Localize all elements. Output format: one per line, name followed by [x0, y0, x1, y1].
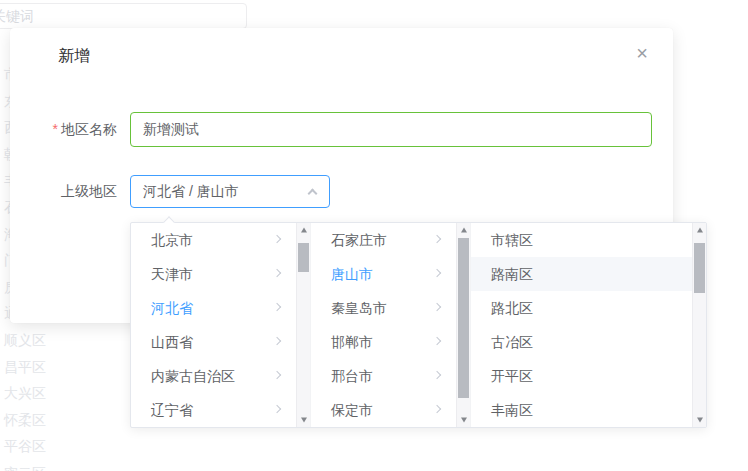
cascader-option-label: 邢台市 [331, 368, 373, 384]
keyword-search-input[interactable]: 关键词 [0, 3, 247, 29]
cascader-option[interactable]: 河北省 [131, 291, 296, 325]
scroll-track[interactable] [457, 237, 470, 413]
cascader-option-label: 路北区 [491, 300, 533, 316]
cascader-option[interactable]: 山西省 [131, 325, 296, 359]
chevron-right-icon [273, 371, 281, 379]
chevron-right-icon [273, 337, 281, 345]
modal-title: 新增 [58, 45, 90, 67]
background-list-item: 大兴区 [4, 383, 46, 403]
scroll-thumb[interactable] [298, 243, 309, 272]
scroll-down-icon[interactable] [693, 413, 706, 427]
cascader-option[interactable]: 丰南区 [471, 393, 692, 427]
scroll-up-icon[interactable] [457, 223, 470, 237]
background-list-item: 怀柔区 [4, 410, 46, 430]
chevron-right-icon [433, 371, 441, 379]
chevron-right-icon [273, 405, 281, 413]
cascader-option-label: 内蒙古自治区 [151, 368, 235, 384]
cascader-option-label: 石家庄市 [331, 232, 387, 248]
cascader-option-label: 秦皇岛市 [331, 300, 387, 316]
parent-region-value: 河北省 / 唐山市 [143, 183, 239, 199]
cascader-option-label: 丰南区 [491, 402, 533, 418]
keyword-search-placeholder: 关键词 [0, 8, 34, 26]
cascader-column-province: 北京市天津市河北省山西省内蒙古自治区辽宁省 [131, 223, 311, 427]
chevron-right-icon [433, 269, 441, 277]
scrollbar-city[interactable] [456, 223, 470, 427]
chevron-right-icon [433, 405, 441, 413]
cascader-option[interactable]: 开平区 [471, 359, 692, 393]
region-name-label: *地区名称 [10, 112, 117, 147]
background-list-item: 密云区 [4, 463, 46, 471]
scrollbar-province[interactable] [296, 223, 310, 427]
cascader-option-label: 邯郸市 [331, 334, 373, 350]
cascader-option[interactable]: 天津市 [131, 257, 296, 291]
cascader-option-label: 路南区 [491, 266, 533, 282]
cascader-column-city: 石家庄市唐山市秦皇岛市邯郸市邢台市保定市 [311, 223, 471, 427]
background-list-item: 平谷区 [4, 436, 46, 456]
cascader-option[interactable]: 市辖区 [471, 223, 692, 257]
cascader-option[interactable]: 石家庄市 [311, 223, 456, 257]
cascader-list-district: 市辖区路南区路北区古冶区开平区丰南区 [471, 223, 692, 427]
region-name-input[interactable]: 新增测试 [130, 112, 652, 147]
cascader-list-city: 石家庄市唐山市秦皇岛市邯郸市邢台市保定市 [311, 223, 456, 427]
cascader-option-label: 保定市 [331, 402, 373, 418]
scroll-down-icon[interactable] [457, 413, 470, 427]
cascader-option[interactable]: 古冶区 [471, 325, 692, 359]
cascader-option[interactable]: 路南区 [471, 257, 692, 291]
parent-region-label: 上级地区 [10, 175, 117, 208]
cascader-column-district: 市辖区路南区路北区古冶区开平区丰南区 [471, 223, 706, 427]
cascader-option[interactable]: 邢台市 [311, 359, 456, 393]
cascader-option[interactable]: 路北区 [471, 291, 692, 325]
cascader-option[interactable]: 秦皇岛市 [311, 291, 456, 325]
scroll-thumb[interactable] [458, 238, 469, 398]
cascader-option-label: 北京市 [151, 232, 193, 248]
scrollbar-district[interactable] [692, 223, 706, 427]
chevron-up-icon [308, 189, 318, 199]
chevron-right-icon [433, 337, 441, 345]
close-icon[interactable]: × [632, 43, 652, 63]
cascader-list-province: 北京市天津市河北省山西省内蒙古自治区辽宁省 [131, 223, 296, 427]
chevron-right-icon [273, 235, 281, 243]
scroll-up-icon[interactable] [693, 223, 706, 237]
background-list-item: 顺义区 [4, 330, 46, 350]
scroll-thumb[interactable] [694, 243, 705, 293]
cascader-option-label: 天津市 [151, 266, 193, 282]
cascader-option-label: 山西省 [151, 334, 193, 350]
scroll-track[interactable] [693, 237, 706, 413]
cascader-option-label: 古冶区 [491, 334, 533, 350]
scroll-up-icon[interactable] [297, 223, 310, 237]
cascader-option-label: 开平区 [491, 368, 533, 384]
cascader-option-label: 辽宁省 [151, 402, 193, 418]
cascader-dropdown: 北京市天津市河北省山西省内蒙古自治区辽宁省 石家庄市唐山市秦皇岛市邯郸市邢台市保… [130, 222, 707, 428]
chevron-right-icon [273, 303, 281, 311]
cascader-option[interactable]: 保定市 [311, 393, 456, 427]
cascader-option[interactable]: 内蒙古自治区 [131, 359, 296, 393]
chevron-right-icon [433, 235, 441, 243]
cascader-option[interactable]: 北京市 [131, 223, 296, 257]
scroll-track[interactable] [297, 237, 310, 413]
chevron-right-icon [273, 269, 281, 277]
cascader-option[interactable]: 唐山市 [311, 257, 456, 291]
required-marker: * [53, 121, 58, 137]
region-name-value: 新增测试 [143, 121, 199, 137]
cascader-option-label: 唐山市 [331, 266, 373, 282]
parent-region-select[interactable]: 河北省 / 唐山市 [130, 175, 330, 208]
background-list-item: 昌平区 [4, 357, 46, 377]
cascader-option-label: 市辖区 [491, 232, 533, 248]
cascader-option[interactable]: 辽宁省 [131, 393, 296, 427]
cascader-option-label: 河北省 [151, 300, 193, 316]
cascader-option[interactable]: 邯郸市 [311, 325, 456, 359]
scroll-down-icon[interactable] [297, 413, 310, 427]
chevron-right-icon [433, 303, 441, 311]
